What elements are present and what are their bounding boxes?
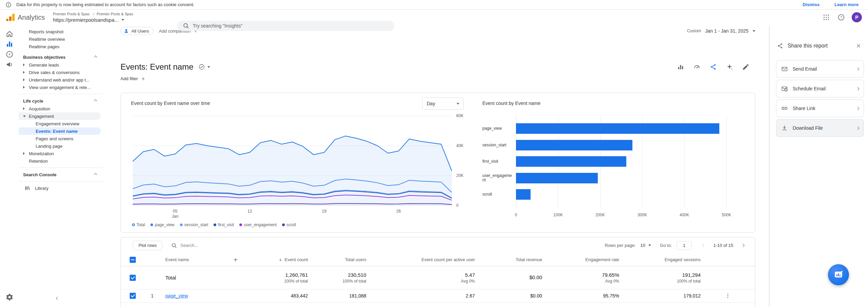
legend-item-scroll[interactable]: scroll (282, 222, 296, 227)
column-header-engaged-sessions[interactable]: Engaged sessions (665, 257, 701, 262)
nav-understand-web[interactable]: Understand web and/or app t... (19, 76, 101, 84)
rail-reports-button[interactable] (4, 39, 15, 49)
legend-item-first_visit[interactable]: first_visit (214, 222, 234, 227)
total-engaged-sessions: 191,294 (682, 272, 701, 278)
schedule-email-button[interactable]: Schedule Email (776, 80, 864, 97)
cell-event-count: 483,442 (254, 293, 308, 299)
collapse-nav-button[interactable] (53, 293, 62, 303)
legend-item-user_engagement[interactable]: user_engagement (239, 222, 277, 227)
row-checkbox[interactable] (130, 293, 136, 299)
global-search[interactable] (177, 21, 394, 31)
property-selector[interactable]: Premier Pools & Spas Premier Pools & Spa… (53, 12, 133, 23)
nav-section-business-objectives[interactable]: Business objectives (19, 53, 104, 61)
column-header-event-count[interactable]: Event count (284, 257, 308, 262)
nav-retention[interactable]: Retention (19, 157, 101, 165)
add-column-icon[interactable] (233, 257, 238, 263)
bar-page_view[interactable] (516, 123, 719, 134)
share-link-button[interactable]: Share Link (776, 100, 864, 117)
goto-page-input[interactable] (677, 241, 691, 250)
bar-first_visit[interactable] (516, 156, 626, 167)
rail-advertising-button[interactable] (4, 59, 15, 70)
bar-session_start[interactable] (516, 140, 632, 150)
bar-scroll[interactable] (516, 189, 531, 200)
table-search-input[interactable] (180, 243, 238, 248)
dismiss-button[interactable]: Dismiss (802, 2, 819, 7)
rail-settings-button[interactable] (4, 292, 15, 302)
rail-explore-button[interactable] (4, 49, 15, 59)
column-header-engagement-rate[interactable]: Engagement rate (585, 257, 619, 262)
edit-report-button[interactable] (742, 63, 750, 71)
share-report-button[interactable] (709, 63, 717, 71)
column-header-event-count-per-active-user[interactable]: Event count per active user (421, 257, 475, 262)
nav-monetization[interactable]: Monetization (19, 150, 101, 157)
nav-engagement-overview[interactable]: Engagement overview (19, 120, 101, 127)
nav-label: Engagement overview (36, 121, 79, 126)
nav-events-event-name[interactable]: Events: Event name (19, 127, 101, 135)
nav-realtime-overview[interactable]: Realtime overview (19, 35, 101, 43)
next-page-button[interactable] (739, 241, 747, 250)
plot-rows-button[interactable]: Plot rows (133, 241, 162, 250)
nav-engagement[interactable]: Engagement (19, 112, 101, 120)
table-row[interactable]: 1 page_view 483,442 181,088 2.67 $0.00 9… (121, 289, 755, 303)
nav-library[interactable]: Library (19, 184, 101, 192)
table-header-row: Event name Event count Total users Event… (121, 253, 755, 266)
event-name-link[interactable]: page_view (165, 293, 188, 299)
column-header-total-revenue[interactable]: Total revenue (516, 257, 542, 262)
property-url: https://premierpoolsandspa... (53, 17, 118, 23)
previous-page-button[interactable] (700, 241, 708, 250)
analytics-logo[interactable] (6, 14, 15, 21)
all-users-chip[interactable]: All Users (121, 27, 153, 35)
add-filter-button[interactable]: Add filter (121, 76, 146, 81)
date-range-selector[interactable]: Custom Jan 1 - Jan 31, 2025 (687, 28, 755, 34)
divider (19, 94, 104, 94)
send-email-button[interactable]: Send Email (776, 60, 864, 78)
close-icon[interactable] (854, 42, 863, 50)
bar-user_engagement[interactable] (516, 173, 598, 183)
add-filter-label: Add filter (121, 76, 138, 81)
table-search[interactable] (171, 242, 238, 249)
download-file-button[interactable]: Download File (776, 119, 864, 137)
granularity-select[interactable]: Day (422, 97, 464, 110)
breadcrumb-account[interactable]: Premier Pools & Spas (53, 12, 90, 16)
help-icon[interactable]: ? (837, 13, 846, 22)
legend-label: scroll (287, 222, 296, 227)
analytics-assistant-fab[interactable] (828, 264, 849, 285)
total-row-checkbox[interactable] (130, 275, 136, 281)
chevron-up-icon (94, 99, 97, 103)
y-axis-tick: 20K (456, 173, 463, 178)
nav-landing-page[interactable]: Landing page (19, 142, 101, 150)
share-option-label: Download File (793, 125, 823, 131)
apps-grid-icon[interactable] (822, 13, 831, 22)
gear-icon (5, 293, 14, 301)
breadcrumb-property[interactable]: Premier Pools & Spas (97, 12, 133, 16)
column-header-event-name[interactable]: Event name (165, 257, 189, 262)
insights-button[interactable] (725, 63, 734, 71)
search-input[interactable] (193, 23, 389, 29)
column-header-total-users[interactable]: Total users (345, 257, 366, 262)
row-menu-button[interactable] (725, 293, 731, 299)
nav-view-engagement[interactable]: View user engagement & rete... (19, 84, 101, 91)
select-all-checkbox[interactable] (130, 257, 136, 263)
nav-pages-and-screens[interactable]: Pages and screens (19, 135, 101, 142)
nav-section-life-cycle[interactable]: Life cycle (19, 97, 104, 105)
nav-realtime-pages[interactable]: Realtime pages (19, 43, 101, 50)
compare-reports-button[interactable] (677, 63, 685, 71)
rows-per-page-select[interactable]: 10 (641, 243, 651, 248)
nav-section-label: Life cycle (23, 98, 43, 104)
legend-item-Total[interactable]: Total (132, 222, 145, 227)
rows-per-page-label: Rows per page: (605, 243, 636, 248)
legend-item-page_view[interactable]: page_view (150, 222, 174, 227)
nav-section-search-console[interactable]: Search Console (19, 170, 104, 179)
legend-item-session_start[interactable]: session_start (180, 222, 208, 227)
nav-generate-leads[interactable]: Generate leads (19, 61, 101, 69)
link-icon (781, 105, 788, 112)
nav-drive-sales[interactable]: Drive sales & conversions (19, 69, 101, 76)
avatar[interactable]: P (852, 12, 862, 22)
data-quality-button[interactable] (198, 64, 210, 70)
report-snapshot-button[interactable] (693, 63, 701, 71)
nav-reports-snapshot[interactable]: Reports snapshot (19, 28, 101, 35)
rail-home-button[interactable] (4, 29, 15, 39)
nav-acquisition[interactable]: Acquisition (19, 105, 101, 112)
share-panel-title: Share this report (788, 43, 828, 49)
learn-more-button[interactable]: Learn more (834, 2, 858, 7)
